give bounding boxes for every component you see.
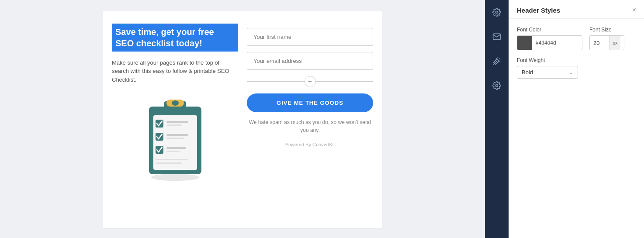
advanced-settings-icon[interactable] [489, 78, 505, 93]
submit-button[interactable]: GIVE ME THE GOODS [247, 93, 373, 112]
font-weight-group: Font Weight Bold ⌄ [517, 57, 636, 79]
clipboard-image [112, 93, 238, 181]
color-value: #4d4d4d [532, 40, 582, 46]
font-size-input[interactable] [590, 40, 609, 46]
powered-by-text: Powered By ConvertKit [247, 142, 373, 147]
svg-point-0 [151, 174, 199, 181]
chevron-down-icon: ⌄ [569, 69, 573, 76]
font-size-unit: px [609, 36, 620, 50]
gear-icon[interactable] [489, 4, 505, 20]
form-widget: Save time, get your free SEO checklist t… [103, 10, 382, 228]
svg-point-17 [496, 11, 498, 14]
widget-left: Save time, get your free SEO checklist t… [112, 24, 238, 215]
font-weight-value: Bold [522, 69, 533, 76]
panel-body: Font Color #4d4d4d Font Size px Font Wei… [509, 19, 644, 86]
sidebar-icons [485, 0, 509, 238]
email-input[interactable] [247, 52, 373, 70]
widget-right: + GIVE ME THE GOODS We hate spam as much… [247, 24, 373, 215]
svg-rect-8 [166, 124, 182, 126]
close-button[interactable]: × [632, 6, 636, 14]
svg-rect-15 [156, 159, 188, 160]
svg-point-18 [496, 85, 498, 87]
font-size-group: Font Size px [589, 27, 624, 50]
spam-text: We hate spam as much as you do, so we wo… [247, 118, 373, 134]
color-swatch [517, 35, 532, 50]
svg-rect-7 [166, 121, 188, 123]
properties-panel: Header Styles × Font Color #4d4d4d Font … [509, 0, 644, 238]
first-name-input[interactable] [247, 28, 373, 46]
canvas-area: Save time, get your free SEO checklist t… [0, 0, 485, 238]
svg-rect-16 [156, 162, 182, 164]
font-weight-label: Font Weight [517, 57, 636, 63]
panel-header: Header Styles × [509, 0, 644, 19]
svg-point-5 [172, 100, 179, 106]
widget-heading[interactable]: Save time, get your free SEO checklist t… [112, 24, 238, 52]
font-color-label: Font Color [517, 27, 582, 33]
font-color-size-row: Font Color #4d4d4d Font Size px [517, 27, 636, 50]
svg-rect-11 [166, 138, 184, 139]
svg-rect-14 [166, 151, 180, 152]
svg-rect-10 [166, 134, 188, 136]
font-size-field: px [589, 35, 624, 50]
add-field-row: + [247, 76, 373, 87]
widget-description: Make sure all your pages rank to the top… [112, 59, 238, 84]
add-field-button[interactable]: + [305, 76, 316, 87]
font-weight-select[interactable]: Bold ⌄ [517, 66, 578, 79]
panel-title: Header Styles [517, 7, 560, 14]
color-field[interactable]: #4d4d4d [517, 35, 582, 50]
font-color-group: Font Color #4d4d4d [517, 27, 582, 50]
email-icon[interactable] [489, 29, 505, 45]
svg-rect-13 [166, 147, 186, 149]
font-size-label: Font Size [589, 27, 624, 33]
add-field-line-right [316, 81, 374, 82]
magic-wand-icon[interactable] [489, 53, 505, 69]
add-field-line-left [247, 81, 305, 82]
clipboard-illustration [140, 93, 210, 181]
